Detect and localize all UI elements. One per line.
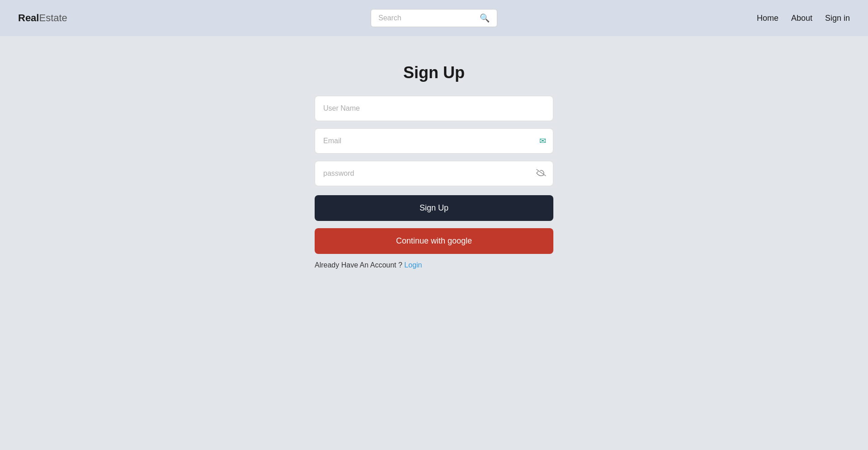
search-input[interactable] xyxy=(378,14,480,22)
logo-estate: Estate xyxy=(39,12,67,23)
search-box: 🔍 xyxy=(371,9,497,27)
search-icon: 🔍 xyxy=(480,13,490,23)
search-container: 🔍 xyxy=(371,9,497,27)
header: RealEstate 🔍 Home About Sign in xyxy=(0,0,868,36)
google-button[interactable]: Continue with google xyxy=(315,228,553,254)
email-icon: ✉ xyxy=(539,136,546,146)
already-account-text: Already Have An Account ? xyxy=(315,261,402,269)
toggle-password-icon[interactable] xyxy=(536,169,546,178)
page-title: Sign Up xyxy=(403,63,465,82)
login-link[interactable]: Login xyxy=(404,261,422,269)
signup-button[interactable]: Sign Up xyxy=(315,195,553,221)
logo-real: Real xyxy=(18,12,39,23)
username-input[interactable] xyxy=(315,96,553,121)
nav-home[interactable]: Home xyxy=(757,14,778,23)
logo[interactable]: RealEstate xyxy=(18,12,67,24)
email-input[interactable] xyxy=(315,128,553,154)
nav-signin[interactable]: Sign in xyxy=(825,14,850,23)
username-wrapper xyxy=(315,96,553,121)
main-content: Sign Up ✉ Sign Up Continue with google A… xyxy=(0,36,868,269)
nav-links: Home About Sign in xyxy=(757,14,850,23)
signup-form: ✉ Sign Up Continue with google Already H… xyxy=(315,96,553,269)
password-input[interactable] xyxy=(315,161,553,186)
email-wrapper: ✉ xyxy=(315,128,553,154)
password-wrapper xyxy=(315,161,553,186)
nav-about[interactable]: About xyxy=(791,14,812,23)
login-prompt: Already Have An Account ? Login xyxy=(315,261,553,269)
